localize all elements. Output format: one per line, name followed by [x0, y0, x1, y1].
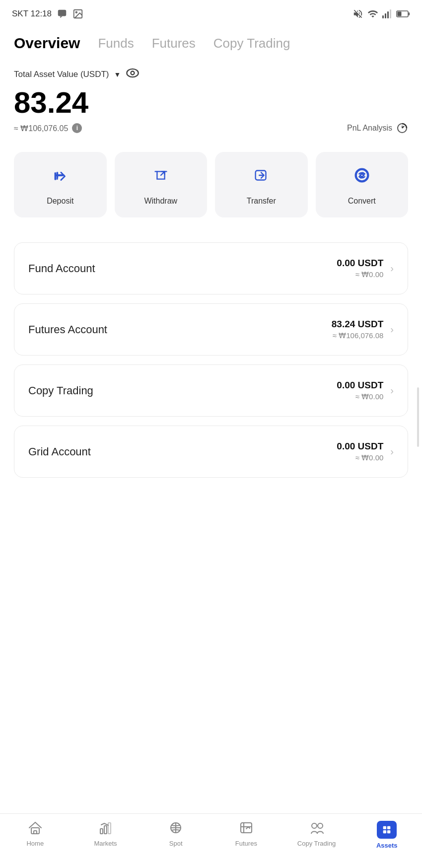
pnl-chart-icon	[396, 122, 408, 134]
copy-trading-nav-icon	[309, 821, 324, 837]
svg-rect-23	[100, 829, 103, 834]
gallery-icon	[72, 8, 83, 19]
grid-account-chevron-icon: ›	[390, 446, 394, 457]
svg-rect-22	[34, 831, 37, 834]
withdraw-label: Withdraw	[144, 197, 177, 206]
gesture-bar-area	[0, 789, 422, 813]
wifi-icon	[367, 8, 378, 19]
grid-account-usdt: 0.00 USDT	[337, 441, 383, 452]
bottom-nav-spot-label: Spot	[169, 840, 183, 847]
futures-account-card[interactable]: Futures Account 83.24 USDT ≈ ₩106,076.08…	[14, 303, 408, 356]
bottom-nav-copy-trading[interactable]: Copy Trading	[281, 821, 352, 847]
nav-copy-trading[interactable]: Copy Trading	[213, 36, 290, 51]
futures-account-name: Futures Account	[28, 323, 107, 336]
copy-trading-account-name: Copy Trading	[28, 384, 93, 397]
bottom-nav-markets[interactable]: Markets	[70, 821, 141, 847]
svg-marker-1	[60, 16, 63, 18]
spot-icon	[168, 821, 183, 837]
bottom-nav-markets-label: Markets	[94, 840, 117, 847]
grid-account-values: 0.00 USDT ≈ ₩0.00 ›	[337, 441, 394, 462]
svg-point-32	[312, 823, 317, 828]
bottom-navigation: Home Markets Spot	[0, 813, 422, 868]
withdraw-icon	[151, 166, 170, 189]
bottom-nav-home[interactable]: Home	[0, 821, 70, 847]
svg-rect-37	[387, 830, 390, 833]
dropdown-arrow-icon[interactable]: ▼	[114, 71, 121, 78]
status-time: SKT 12:18	[12, 8, 83, 19]
assets-nav-icon	[377, 821, 397, 839]
svg-rect-6	[387, 11, 389, 18]
deposit-icon	[51, 166, 70, 189]
copy-trading-account-values: 0.00 USDT ≈ ₩0.00 ›	[337, 380, 394, 401]
svg-rect-4	[382, 15, 384, 18]
total-asset-value: 83.24	[14, 86, 408, 119]
svg-rect-17	[55, 172, 57, 180]
copy-trading-account-card[interactable]: Copy Trading 0.00 USDT ≈ ₩0.00 ›	[14, 364, 408, 417]
fund-account-chevron-icon: ›	[390, 263, 394, 274]
info-icon[interactable]: i	[72, 123, 82, 133]
bottom-nav-copy-trading-label: Copy Trading	[297, 840, 336, 847]
svg-point-11	[127, 69, 139, 77]
asset-label: Total Asset Value (USDT)	[14, 70, 109, 79]
top-navigation: Overview Funds Futures Copy Trading	[0, 26, 422, 58]
scrollbar-indicator	[417, 387, 419, 447]
futures-account-usdt: 83.24 USDT	[332, 319, 384, 330]
status-right-icons	[352, 8, 410, 19]
grid-account-krw: ≈ ₩0.00	[337, 453, 383, 462]
nav-funds[interactable]: Funds	[98, 36, 134, 51]
talk-icon	[57, 8, 68, 19]
fund-account-krw: ≈ ₩0.00	[337, 270, 383, 279]
svg-rect-25	[108, 823, 111, 834]
svg-rect-0	[58, 10, 67, 16]
bottom-nav-spot[interactable]: Spot	[141, 821, 211, 847]
transfer-label: Transfer	[247, 197, 276, 206]
asset-sub-row: ≈ ₩106,076.05 i PnL Analysis	[14, 122, 408, 134]
copy-trading-account-krw: ≈ ₩0.00	[337, 392, 383, 401]
transfer-button[interactable]: Transfer	[215, 152, 308, 217]
convert-icon	[352, 166, 371, 189]
withdraw-button[interactable]: Withdraw	[115, 152, 208, 217]
signal-icon	[382, 9, 392, 18]
copy-trading-account-usdt: 0.00 USDT	[337, 380, 383, 391]
bottom-nav-assets[interactable]: Assets	[352, 821, 422, 849]
deposit-button[interactable]: Deposit	[14, 152, 107, 217]
copy-trading-account-chevron-icon: ›	[390, 385, 394, 396]
grid-account-card[interactable]: Grid Account 0.00 USDT ≈ ₩0.00 ›	[14, 426, 408, 478]
visibility-toggle-icon[interactable]	[126, 68, 140, 81]
svg-point-19	[355, 169, 368, 182]
battery-icon	[396, 9, 410, 18]
svg-rect-7	[390, 9, 391, 18]
pnl-analysis-button[interactable]: PnL Analysis	[347, 122, 408, 134]
fund-account-card[interactable]: Fund Account 0.00 USDT ≈ ₩0.00 ›	[14, 242, 408, 294]
asset-label-row: Total Asset Value (USDT) ▼	[14, 68, 408, 81]
bottom-nav-home-label: Home	[26, 840, 44, 847]
futures-account-values: 83.24 USDT ≈ ₩106,076.08 ›	[332, 319, 394, 340]
futures-nav-icon	[239, 821, 254, 837]
home-icon	[28, 821, 43, 837]
svg-rect-36	[383, 830, 386, 833]
svg-rect-29	[241, 823, 252, 833]
bottom-nav-futures[interactable]: Futures	[211, 821, 281, 847]
futures-account-krw: ≈ ₩106,076.08	[332, 331, 384, 340]
markets-icon	[98, 821, 113, 837]
svg-rect-10	[409, 12, 410, 15]
convert-label: Convert	[348, 197, 376, 206]
svg-rect-35	[387, 826, 390, 829]
nav-overview[interactable]: Overview	[14, 35, 80, 52]
svg-rect-34	[383, 826, 386, 829]
bottom-nav-futures-label: Futures	[235, 840, 257, 847]
account-cards-list: Fund Account 0.00 USDT ≈ ₩0.00 › Futures…	[14, 242, 408, 478]
svg-point-3	[75, 11, 77, 13]
svg-rect-5	[385, 13, 386, 18]
status-bar: SKT 12:18	[0, 0, 422, 26]
transfer-icon	[252, 166, 271, 189]
fund-account-usdt: 0.00 USDT	[337, 258, 383, 269]
action-buttons-grid: Deposit Withdraw	[14, 152, 408, 217]
fund-account-values: 0.00 USDT ≈ ₩0.00 ›	[337, 258, 394, 279]
futures-account-chevron-icon: ›	[390, 324, 394, 335]
nav-futures[interactable]: Futures	[152, 36, 196, 51]
fund-account-name: Fund Account	[28, 262, 95, 275]
svg-rect-24	[104, 826, 107, 834]
mute-icon	[352, 8, 363, 19]
convert-button[interactable]: Convert	[316, 152, 409, 217]
